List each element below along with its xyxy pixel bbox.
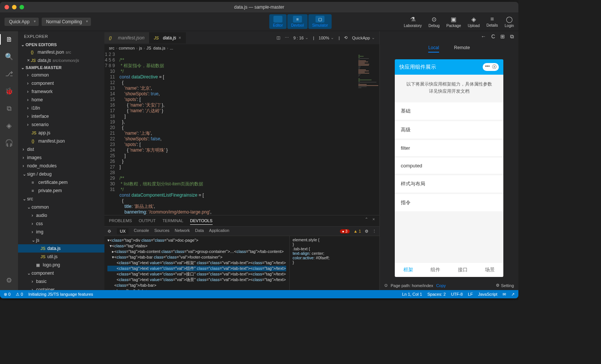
status-item[interactable]: ⚠ 0 xyxy=(16,292,23,297)
inspect-icon[interactable]: ⯐ xyxy=(107,229,112,233)
folder-item[interactable]: common xyxy=(18,203,104,211)
devtools-tab-data[interactable]: Data xyxy=(195,228,204,234)
status-item[interactable]: ✉ xyxy=(503,292,506,297)
minimize-window[interactable] xyxy=(12,5,17,9)
folder-item[interactable]: scenario xyxy=(18,120,104,129)
panel-tab-terminal[interactable]: TERMINAL xyxy=(162,217,183,225)
sim-setting-label[interactable]: Setting xyxy=(501,283,514,288)
status-item[interactable]: Ln 1, Col 1 xyxy=(402,292,422,297)
devtools-tab-ux[interactable]: UX xyxy=(117,228,128,234)
editor-tab[interactable]: {}manifest.json xyxy=(104,32,149,44)
compile-mode-dropdown[interactable]: Normal Compiling xyxy=(42,18,91,26)
devtools-settings-icon[interactable]: ⚙ xyxy=(365,229,368,234)
simulator-toggle[interactable]: ▢Simulator xyxy=(308,14,332,29)
panel-maximize-icon[interactable]: ⌃ xyxy=(365,217,368,225)
time-display[interactable]: 9 : 16 xyxy=(293,35,309,40)
folder-item[interactable]: component xyxy=(18,79,104,87)
panel-close-icon[interactable]: × xyxy=(373,217,375,225)
source-control-icon[interactable]: ⎇ xyxy=(4,69,14,79)
devtools-tab-application[interactable]: Application xyxy=(209,228,230,234)
support-icon[interactable]: 🎧 xyxy=(4,138,14,148)
extensions-icon[interactable]: ⧉ xyxy=(4,103,14,114)
folder-item[interactable]: css xyxy=(18,220,104,228)
folder-item[interactable]: home xyxy=(18,96,104,104)
split-editor-icon[interactable]: ◫ xyxy=(276,35,280,40)
zoom-window[interactable] xyxy=(20,5,24,9)
copy-path-link[interactable]: Copy xyxy=(436,283,446,288)
status-item[interactable]: Spaces: 2 xyxy=(427,292,446,297)
status-item[interactable]: JavaScript xyxy=(478,292,497,297)
sim-settings-gear-icon[interactable]: ⚙ xyxy=(496,283,500,288)
details-button[interactable]: ≡Details xyxy=(486,16,498,28)
settings-gear-icon[interactable]: ⚙ xyxy=(4,275,14,286)
file-item[interactable]: JSapp.js xyxy=(18,129,104,137)
folder-item[interactable]: interface xyxy=(18,112,104,120)
close-window[interactable] xyxy=(5,5,9,9)
styles-pane[interactable]: element.style {}.tab-text { text-align: … xyxy=(289,236,379,290)
login-button[interactable]: ◯Login xyxy=(505,16,514,28)
sim-back-icon[interactable]: ← xyxy=(481,33,486,40)
devtools-tab-console[interactable]: Console xyxy=(134,228,149,234)
devtool-toggle[interactable]: ≡Devtool xyxy=(287,14,308,29)
status-item[interactable]: Initializing JS/TS language features xyxy=(28,292,93,297)
code-editor[interactable]: 1 2 3 4 5 6 7 8 9 10 11 12 13 14 15 16 1… xyxy=(104,52,379,215)
file-item[interactable]: JSutil.js xyxy=(18,253,104,261)
device-dropdown[interactable]: QuickApp xyxy=(352,35,375,40)
file-item[interactable]: ≡certificate.pem xyxy=(18,178,104,187)
sim-tab-local[interactable]: Local xyxy=(428,45,439,53)
laboratory-button[interactable]: ⚗Laboratory xyxy=(404,16,422,28)
folder-item[interactable]: dist xyxy=(18,145,104,153)
devtools-tab-sources[interactable]: Sources xyxy=(154,228,169,234)
sim-reload-icon[interactable]: C xyxy=(491,33,495,40)
error-badge[interactable]: ● 3 xyxy=(340,229,350,233)
panel-tab-problems[interactable]: PROBLEMS xyxy=(109,217,132,225)
elements-pane[interactable]: ▾<class="tag">div class="class="val">doc… xyxy=(104,236,289,290)
folder-item[interactable]: audio xyxy=(18,211,104,220)
minimap[interactable] xyxy=(357,52,379,215)
device-tab[interactable]: 接口 xyxy=(449,263,476,277)
folder-item[interactable]: img xyxy=(18,228,104,236)
warning-badge[interactable]: ▲ 1 xyxy=(353,229,361,233)
folder-item[interactable]: component xyxy=(18,269,104,277)
sim-tab-remote[interactable]: Remote xyxy=(454,45,470,53)
debug-button[interactable]: ⊙Debug xyxy=(429,16,439,28)
device-list-item[interactable]: computed xyxy=(395,158,503,174)
file-item[interactable]: ≡private.pem xyxy=(18,187,104,195)
folder-item[interactable]: src xyxy=(18,195,104,203)
device-list-item[interactable]: 高级 xyxy=(395,121,503,138)
panel-tab-output[interactable]: OUTPUT xyxy=(139,217,156,225)
open-editor-item[interactable]: {}manifest.jsonsrc xyxy=(18,48,104,56)
more-actions-icon[interactable]: ⋯ xyxy=(285,35,289,40)
status-item[interactable]: ⊗ 0 xyxy=(4,292,11,297)
device-list-item[interactable]: filter xyxy=(395,140,503,156)
device-tab[interactable]: 框架 xyxy=(395,263,422,277)
project-section[interactable]: SAMPLE-MASTER xyxy=(18,65,104,71)
device-list-item[interactable]: 指令 xyxy=(395,194,503,211)
search-icon[interactable]: 🔍 xyxy=(4,51,14,62)
folder-item[interactable]: container xyxy=(18,286,104,290)
file-item[interactable]: ▦logo.png xyxy=(18,261,104,269)
package-button[interactable]: ▣Package xyxy=(446,16,461,28)
file-item[interactable]: JSdata.js xyxy=(18,244,104,253)
folder-item[interactable]: sign / debug xyxy=(18,170,104,178)
status-item[interactable]: LF xyxy=(468,292,473,297)
device-tab[interactable]: 组件 xyxy=(422,263,449,277)
folder-item[interactable]: i18n xyxy=(18,104,104,112)
refresh-icon[interactable]: ⟲ xyxy=(344,35,347,40)
panel-tab-devtools[interactable]: DEVTOOLS xyxy=(190,217,213,225)
layers-icon[interactable]: ◈ xyxy=(4,120,14,131)
folder-item[interactable]: node_modules xyxy=(18,162,104,170)
sim-detach-icon[interactable]: ⧉ xyxy=(510,33,514,40)
open-editors-section[interactable]: OPEN EDITORS xyxy=(18,42,104,48)
upload-button[interactable]: ◈Upload xyxy=(468,16,480,28)
zoom-dropdown[interactable]: 100% xyxy=(319,35,334,40)
folder-item[interactable]: basic xyxy=(18,277,104,286)
explorer-icon[interactable]: 🗎 xyxy=(0,34,18,45)
editor-tab[interactable]: JSdata.js× xyxy=(149,32,186,44)
editor-toggle[interactable]: Editor xyxy=(269,14,287,29)
folder-item[interactable]: common xyxy=(18,71,104,79)
debug-icon[interactable]: 🐞 xyxy=(4,86,14,96)
devtools-tab-network[interactable]: Network xyxy=(175,228,190,234)
file-item[interactable]: {}manifest.json xyxy=(18,137,104,145)
app-type-dropdown[interactable]: Quick App xyxy=(5,18,39,26)
